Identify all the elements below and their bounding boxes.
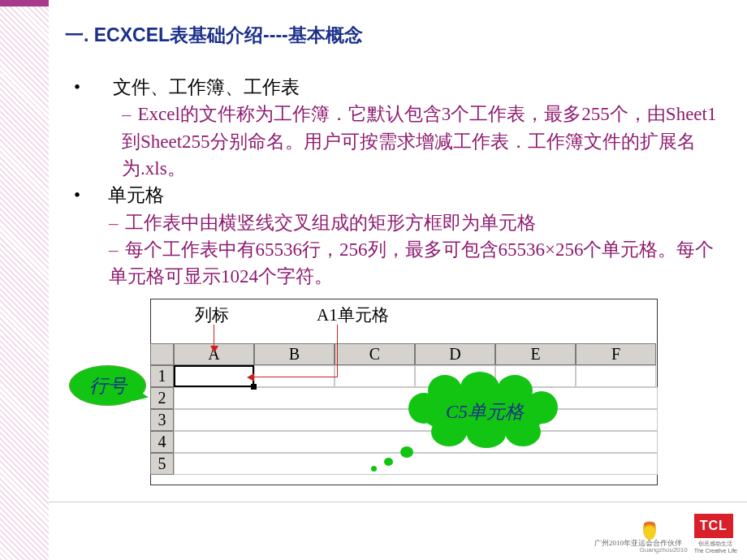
row-header: 1 — [150, 365, 174, 387]
sub-text: 工作表中由横竖线交叉组成的矩形方框即为单元格 — [125, 213, 536, 233]
col-header: B — [254, 343, 335, 365]
footer-divider — [49, 502, 747, 502]
footer-logos: Guangzhou2010 TCL 创意感动生活The Creative Lif… — [640, 514, 737, 554]
c5-callout: C5单元格 — [420, 386, 550, 437]
sub-cell-1: –工作表中由横竖线交叉组成的矩形方框即为单元格 — [109, 209, 723, 236]
bullet-label: 文件、工作簿、工作表 — [113, 77, 300, 97]
arrow-down-icon — [210, 346, 218, 353]
cell — [335, 365, 415, 387]
guangzhou-logo: Guangzhou2010 — [640, 517, 688, 554]
col-header: F — [576, 343, 656, 365]
bullet-files: • 文件、工作簿、工作表 — [65, 74, 723, 101]
fill-handle-icon — [251, 384, 257, 390]
row-header: 5 — [150, 453, 174, 475]
slide-title: 一. ECXCEL表基础介绍----基本概念 — [65, 23, 723, 48]
tcl-slogan: 创意感动生活The Creative Life — [694, 540, 737, 554]
row-header: 2 — [150, 387, 174, 409]
selected-cell — [174, 365, 254, 387]
sub-workbook: –Excel的文件称为工作簿．它默认包含3个工作表，最多255个，由Sheet1… — [122, 101, 723, 182]
callout-text: C5单元格 — [446, 399, 524, 424]
flame-icon — [640, 517, 659, 546]
sub-text: Excel的文件称为工作簿．它默认包含3个工作表，最多255个，由Sheet1到… — [122, 104, 716, 179]
decorative-sidebar — [0, 0, 49, 560]
cloud-trail-icon — [371, 466, 377, 472]
grid-corner — [150, 343, 174, 365]
cell — [576, 365, 656, 387]
callout-tail-icon — [133, 389, 150, 404]
gz-text: Guangzhou2010 — [640, 546, 688, 554]
tcl-brand-icon: TCL — [694, 514, 733, 538]
arrow-line — [337, 325, 338, 377]
cloud-trail-icon — [400, 446, 413, 458]
bullet-label: 单元格 — [108, 185, 164, 205]
callout-text: 行号 — [89, 373, 127, 398]
body-text: • 文件、工作簿、工作表 –Excel的文件称为工作簿．它默认包含3个工作表，最… — [65, 74, 723, 291]
sub-cell-2: –每个工作表中有65536行，256列，最多可包含65536×256个单元格。每… — [109, 236, 723, 291]
cloud-trail-icon — [384, 458, 393, 466]
row-header: 4 — [150, 431, 174, 453]
arrow-line — [214, 325, 214, 347]
row-label-callout: 行号 — [69, 365, 146, 406]
row-header: 3 — [150, 409, 174, 431]
a1-cell-label: A1单元格 — [317, 304, 389, 326]
arrow-line — [253, 377, 337, 377]
cell-row — [174, 431, 658, 453]
column-header-label: 列标 — [195, 304, 229, 326]
col-header: D — [415, 343, 495, 365]
cell-grid — [174, 365, 658, 485]
slide-content: 一. ECXCEL表基础介绍----基本概念 • 文件、工作簿、工作表 –Exc… — [65, 23, 723, 291]
arrow-left-icon — [247, 373, 254, 381]
col-header: E — [495, 343, 576, 365]
bullet-cell: • 单元格 — [65, 182, 723, 209]
col-header: C — [335, 343, 415, 365]
tcl-logo: TCL 创意感动生活The Creative Life — [694, 514, 737, 554]
sub-text: 每个工作表中有65536行，256列，最多可包含65536×256个单元格。每个… — [109, 239, 714, 286]
cell-row — [174, 453, 658, 475]
excel-diagram: 列标 A1单元格 A B C D E F 1 2 3 4 5 行号 — [69, 299, 662, 490]
